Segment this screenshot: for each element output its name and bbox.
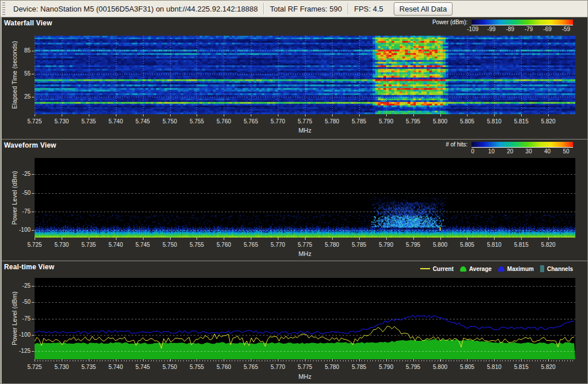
freq-tick-label: 5.800 [428,118,453,125]
colorbar-tick-label: -99 [484,26,498,32]
y-tick-mark [32,212,34,212]
freq-tick-mark [494,359,495,362]
freq-tick-label: 5.765 [238,242,263,248]
freq-tick-label: 5.775 [292,242,318,248]
freq-tick-label: 5.800 [428,242,453,248]
freq-tick-mark [332,238,333,240]
freq-tick-label: 5.740 [103,364,129,370]
freq-tick-mark [89,114,89,116]
freq-tick-label: 5.820 [536,242,561,248]
hits-colorbar-ticks: 01020304050 [466,148,573,155]
power-colorbar-ticks: -109-99-89-79-69-59 [466,26,573,32]
toolbar-grip-handle[interactable] [2,2,5,15]
freq-tick-label: 5.745 [130,242,156,248]
freq-tick-mark [386,238,387,240]
freq-tick-mark [197,359,197,362]
freq-tick-label: 5.785 [346,242,372,248]
freq-tick-mark [143,359,144,362]
freq-tick-mark [467,114,468,116]
freq-tick-mark [440,114,441,116]
freq-tick-label: 5.735 [76,242,101,248]
colorbar-tick-label: -59 [559,26,573,32]
freq-tick-mark [440,359,441,362]
freq-tick-mark [359,359,360,362]
freq-tick-label: 5.740 [103,242,129,248]
freq-tick-mark [278,359,278,362]
freq-tick-mark [251,238,251,240]
freq-tick-label: 5.780 [319,118,345,125]
waterfall-xaxis-unit: MHz [35,127,575,134]
freq-tick-mark [386,359,387,362]
freq-tick-label: 5.735 [76,118,101,125]
colorbar-tick-label: 10 [484,148,498,155]
y-tick-label: -50 [9,190,31,196]
freq-tick-mark [305,359,306,362]
freq-tick-label: 5.730 [49,364,74,370]
colorbar-tick-label: -89 [503,26,517,32]
y-tick-mark [32,351,34,352]
legend-label: Current [433,266,454,272]
freq-tick-mark [305,238,306,240]
legend-label: Maximum [507,266,534,272]
colorbar-tick-label: -69 [541,26,555,32]
freq-tick-mark [332,114,333,116]
current-swatch-icon [420,268,430,269]
waterfall-spectrogram-canvas [35,36,575,114]
freq-tick-label: 5.785 [346,364,372,370]
y-tick-mark [32,174,34,175]
freq-tick-label: 5.795 [401,242,426,248]
freq-tick-label: 5.725 [22,364,47,370]
freq-tick-mark [494,238,495,240]
freq-tick-mark [467,238,468,240]
freq-tick-label: 5.775 [292,364,318,370]
y-tick-mark [32,302,34,303]
legend-item-average: Average [460,266,492,272]
freq-tick-mark [548,114,549,116]
legend-item-current: Current [420,266,454,272]
freq-tick-mark [521,359,522,362]
hits-colorbar: # of hits: 01020304050 [446,141,573,155]
freq-tick-mark [359,238,360,240]
freq-tick-mark [413,238,414,240]
y-tick-mark [32,97,34,97]
reset-all-data-button[interactable]: Reset All Data [394,2,453,16]
airview-window: Device: NanoStation M5 (00156D5A3F31) on… [0,0,588,384]
freq-tick-mark [305,114,306,116]
freq-tick-mark [197,114,197,116]
y-tick-mark [32,193,34,194]
freq-tick-mark [413,359,414,362]
average-swatch-icon [460,266,466,272]
freq-tick-label: 5.765 [238,364,263,370]
freq-tick-label: 5.770 [265,118,291,125]
colorbar-tick-label: 40 [541,148,555,155]
freq-tick-label: 5.790 [374,364,399,370]
freq-tick-mark [359,114,360,116]
y-tick-mark [32,286,34,287]
y-tick-mark [32,335,34,336]
colorbar-tick-label: 30 [522,148,536,155]
freq-tick-label: 5.760 [211,364,236,370]
waveform-ylabel: Power Level (dBm) [11,158,18,238]
freq-tick-label: 5.755 [184,364,209,370]
waveform-plot [35,158,575,238]
freq-tick-mark [170,114,171,116]
freq-tick-label: 5.730 [49,242,74,248]
y-tick-mark [32,230,34,231]
freq-tick-mark [35,238,35,240]
y-tick-label: -25 [9,171,31,177]
freq-tick-mark [116,238,116,240]
fps-indicator: FPS: 4.5 [348,5,389,13]
realtime-xaxis-unit: MHz [35,373,575,380]
colorbar-tick-label: -109 [466,26,480,32]
colorbar-tick-label: -79 [522,26,536,32]
freq-tick-label: 5.770 [265,364,291,370]
freq-tick-label: 5.815 [508,364,534,370]
freq-tick-mark [440,238,441,240]
freq-tick-label: 5.785 [346,118,372,125]
legend-item-maximum: Maximum [498,266,534,272]
y-tick-label: -100 [9,227,31,233]
freq-tick-label: 5.745 [130,364,156,370]
freq-tick-mark [89,238,89,240]
y-tick-label: 25 [9,93,31,100]
freq-tick-label: 5.805 [454,364,480,370]
